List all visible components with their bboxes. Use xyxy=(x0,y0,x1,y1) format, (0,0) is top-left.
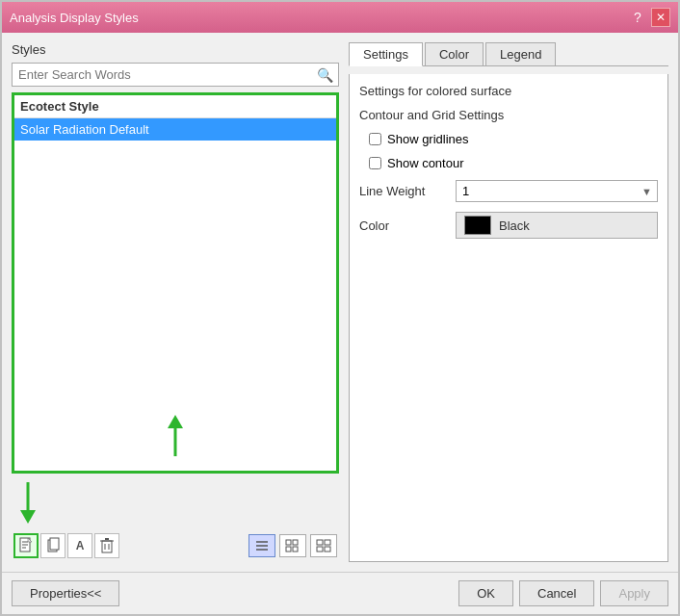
tab-color[interactable]: Color xyxy=(425,42,484,65)
show-contour-row: Show contour xyxy=(359,156,658,170)
search-box: 🔍 xyxy=(12,63,339,87)
new-doc-icon xyxy=(18,537,34,554)
styles-list: Solar Radiation Default xyxy=(14,118,336,394)
svg-rect-22 xyxy=(293,547,298,552)
tabs-row: Settings Color Legend xyxy=(349,42,668,66)
svg-rect-20 xyxy=(293,540,298,545)
styles-list-area: Ecotect Style Solar Radiation Default xyxy=(12,92,339,562)
search-input[interactable] xyxy=(12,63,339,87)
delete-icon xyxy=(99,537,115,554)
svg-rect-21 xyxy=(286,547,291,552)
show-contour-label: Show contour xyxy=(387,156,464,170)
bottom-toolbar: A xyxy=(12,529,339,562)
cancel-button[interactable]: Cancel xyxy=(519,580,594,606)
color-swatch xyxy=(464,216,491,235)
dialog-body: Styles 🔍 Ecotect Style Solar Radiation D… xyxy=(2,33,678,572)
title-bar: Analysis Display Styles ? ✕ xyxy=(2,2,678,33)
styles-list-container: Ecotect Style Solar Radiation Default xyxy=(12,92,339,474)
apply-button[interactable]: Apply xyxy=(600,580,668,606)
color-row: Color Black xyxy=(359,212,658,239)
line-weight-select-wrapper: 1 2 3 4 5 ▼ xyxy=(456,180,658,202)
dialog-footer: Properties<< OK Cancel Apply xyxy=(2,572,678,614)
svg-marker-3 xyxy=(20,510,36,524)
help-button[interactable]: ? xyxy=(628,8,647,27)
svg-marker-1 xyxy=(168,415,183,428)
styles-label: Styles xyxy=(12,42,339,57)
edit-icon: A xyxy=(76,539,85,552)
svg-rect-11 xyxy=(102,541,112,552)
arrow-down-area xyxy=(12,474,339,529)
line-weight-label: Line Weight xyxy=(359,184,446,198)
properties-button[interactable]: Properties<< xyxy=(12,580,119,606)
show-gridlines-row: Show gridlines xyxy=(359,132,658,146)
grid-view-button[interactable] xyxy=(279,534,306,557)
style-item-solar-radiation[interactable]: Solar Radiation Default xyxy=(14,118,336,141)
svg-rect-24 xyxy=(325,540,330,545)
tab-settings[interactable]: Settings xyxy=(349,42,423,66)
left-panel: Styles 🔍 Ecotect Style Solar Radiation D… xyxy=(12,42,339,562)
line-weight-row: Line Weight 1 2 3 4 5 ▼ xyxy=(359,180,658,202)
list-view-button[interactable] xyxy=(248,534,275,557)
svg-rect-26 xyxy=(325,547,330,552)
large-view-button[interactable] xyxy=(310,534,337,557)
arrow-up-area xyxy=(14,394,336,471)
toolbar-left: A xyxy=(13,533,119,558)
line-weight-select[interactable]: 1 2 3 4 5 xyxy=(456,180,658,202)
dialog-window: Analysis Display Styles ? ✕ Styles 🔍 Eco… xyxy=(0,0,680,616)
styles-list-header: Ecotect Style xyxy=(14,95,336,118)
right-panel: Settings Color Legend Settings for color… xyxy=(349,42,668,562)
svg-rect-25 xyxy=(317,547,323,552)
delete-style-button[interactable] xyxy=(94,533,119,558)
new-style-button[interactable] xyxy=(13,533,39,558)
show-contour-checkbox[interactable] xyxy=(369,157,381,169)
tab-content-settings: Settings for colored surface Contour and… xyxy=(349,74,668,562)
close-button[interactable]: ✕ xyxy=(651,8,670,27)
list-view-icon xyxy=(254,539,270,552)
large-view-icon xyxy=(316,539,331,552)
show-gridlines-checkbox[interactable] xyxy=(369,133,381,145)
settings-description: Settings for colored surface xyxy=(359,84,658,98)
svg-rect-19 xyxy=(286,540,291,545)
search-icon: 🔍 xyxy=(317,67,333,83)
svg-rect-23 xyxy=(317,540,323,545)
contour-section-label: Contour and Grid Settings xyxy=(359,108,658,122)
ok-button[interactable]: OK xyxy=(458,580,513,606)
arrow-down-icon xyxy=(13,477,42,526)
footer-right: OK Cancel Apply xyxy=(458,580,668,606)
color-swatch-button[interactable]: Black xyxy=(456,212,658,239)
color-label: Color xyxy=(359,218,446,233)
show-gridlines-label: Show gridlines xyxy=(387,132,469,146)
grid-view-icon xyxy=(285,539,301,552)
copy-style-button[interactable] xyxy=(40,533,65,558)
edit-style-button[interactable]: A xyxy=(67,533,92,558)
footer-left: Properties<< xyxy=(12,580,119,606)
svg-rect-10 xyxy=(50,538,59,550)
tab-legend[interactable]: Legend xyxy=(485,42,556,65)
arrow-up-icon xyxy=(161,413,190,461)
color-name: Black xyxy=(499,218,530,233)
toolbar-right xyxy=(248,534,337,557)
dialog-title: Analysis Display Styles xyxy=(10,11,139,25)
copy-icon xyxy=(45,537,61,554)
